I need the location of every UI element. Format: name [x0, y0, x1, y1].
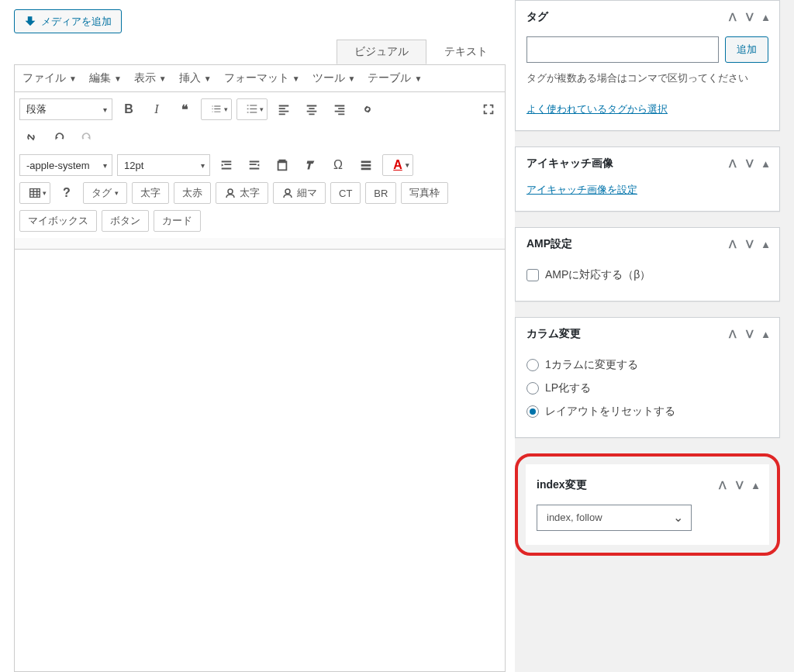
editor-toolbar: 段落 B I ❝ -apple-system	[14, 91, 506, 238]
column-radio-1col[interactable]	[526, 359, 539, 371]
paste-icon[interactable]	[271, 154, 294, 176]
tab-visual-label: ビジュアル	[354, 45, 409, 57]
font-size-select[interactable]: 12pt	[117, 154, 210, 176]
card-button[interactable]: カード	[154, 210, 201, 232]
ct-button[interactable]: CT	[330, 182, 361, 204]
paragraph-select[interactable]: 段落	[19, 98, 112, 120]
tab-visual[interactable]: ビジュアル	[337, 40, 426, 64]
box-amp-title: AMP設定	[526, 237, 572, 251]
svg-point-0	[228, 189, 233, 194]
move-down-icon[interactable]: ᐯ	[746, 11, 754, 23]
toggle-icon[interactable]: ▴	[763, 238, 768, 250]
italic-icon[interactable]: I	[145, 98, 168, 120]
column-radio-1col-label: 1カラムに変更する	[545, 358, 638, 372]
box-column: カラム変更 ᐱ ᐯ ▴ 1カラムに変更する LP化する レイ	[515, 317, 780, 438]
menu-format[interactable]: フォーマット▼	[224, 71, 300, 85]
box-index-title: index変更	[537, 478, 587, 492]
tab-text-label: テキスト	[444, 45, 488, 57]
box-column-header[interactable]: カラム変更 ᐱ ᐯ ▴	[516, 318, 779, 350]
editor-menubar: ファイル▼ 編集▼ 表示▼ 挿入▼ フォーマット▼ ツール▼ テーブル▼	[14, 64, 506, 91]
menu-insert[interactable]: 挿入▼	[179, 71, 212, 85]
blockquote-icon[interactable]: ❝	[173, 98, 196, 120]
photoframe-button[interactable]: 写真枠	[401, 182, 448, 204]
move-up-icon[interactable]: ᐱ	[729, 238, 737, 250]
box-amp-header[interactable]: AMP設定 ᐱ ᐯ ▴	[516, 228, 779, 260]
move-up-icon[interactable]: ᐱ	[729, 328, 737, 340]
bold-icon[interactable]: B	[117, 98, 140, 120]
move-down-icon[interactable]: ᐯ	[746, 157, 754, 170]
numbered-list-icon[interactable]	[236, 98, 268, 120]
align-right-icon[interactable]	[328, 98, 351, 120]
add-tag-button[interactable]: 追加	[725, 36, 768, 63]
menu-table[interactable]: テーブル▼	[368, 71, 422, 85]
menu-edit[interactable]: 編集▼	[89, 71, 122, 85]
unlink-icon[interactable]	[19, 126, 43, 148]
index-select-value: index, follow	[547, 512, 602, 523]
editor-content-area[interactable]	[14, 249, 506, 672]
align-left-icon[interactable]	[272, 98, 295, 120]
move-down-icon[interactable]: ᐯ	[736, 479, 744, 491]
br-button[interactable]: BR	[365, 182, 396, 204]
redo-icon[interactable]	[75, 126, 98, 148]
add-media-button[interactable]: メディアを追加	[14, 9, 122, 33]
box-featured-header[interactable]: アイキャッチ画像 ᐱ ᐯ ▴	[516, 147, 779, 180]
toggle-icon[interactable]: ▴	[763, 11, 768, 23]
button-button[interactable]: ボタン	[102, 210, 149, 232]
link-icon[interactable]	[356, 98, 379, 120]
undo-icon[interactable]	[47, 126, 71, 148]
column-radio-lp[interactable]	[526, 382, 539, 395]
highlight-index-box: index変更 ᐱ ᐯ ▴ index, follow	[515, 453, 780, 556]
special-char-icon[interactable]: Ω	[326, 154, 350, 176]
move-up-icon[interactable]: ᐱ	[729, 11, 737, 23]
column-radio-reset[interactable]	[526, 405, 539, 418]
set-featured-link[interactable]: アイキャッチ画像を設定	[526, 184, 637, 195]
toggle-icon[interactable]: ▴	[763, 157, 768, 170]
amp-checkbox-label: AMPに対応する（β）	[545, 268, 651, 282]
mybox-button[interactable]: マイボックス	[19, 210, 97, 232]
fullscreen-icon[interactable]	[477, 98, 500, 120]
index-select[interactable]: index, follow	[537, 505, 692, 531]
font-size-label: 12pt	[124, 160, 143, 171]
indent-right-icon[interactable]	[243, 154, 266, 176]
clear-format-icon[interactable]	[299, 154, 322, 176]
bold-red-button[interactable]: 太赤	[174, 182, 211, 204]
box-featured-title: アイキャッチ画像	[526, 157, 613, 171]
move-down-icon[interactable]: ᐯ	[746, 238, 754, 250]
popular-tags-link[interactable]: よく使われているタグから選択	[526, 103, 668, 115]
circle-bold-button[interactable]: 太字	[216, 182, 268, 204]
tag-hint: タグが複数ある場合はコンマで区切ってください	[526, 71, 768, 87]
box-column-title: カラム変更	[526, 327, 581, 341]
table-icon[interactable]	[19, 182, 50, 204]
add-media-label: メディアを追加	[41, 15, 112, 29]
menu-tools[interactable]: ツール▼	[312, 71, 356, 85]
tag-dropdown-button[interactable]: タグ▾	[83, 182, 127, 204]
help-icon[interactable]: ?	[55, 182, 78, 204]
toggle-icon[interactable]: ▴	[753, 479, 758, 491]
align-center-icon[interactable]	[300, 98, 323, 120]
move-down-icon[interactable]: ᐯ	[746, 328, 754, 340]
box-amp: AMP設定 ᐱ ᐯ ▴ AMPに対応する（β）	[515, 227, 780, 302]
text-color-icon[interactable]: A	[382, 154, 413, 176]
paragraph-select-label: 段落	[26, 102, 47, 116]
font-family-select[interactable]: -apple-system	[19, 154, 112, 176]
toolbar-toggle-icon[interactable]	[354, 154, 378, 176]
tab-text[interactable]: テキスト	[426, 40, 506, 64]
box-featured-image: アイキャッチ画像 ᐱ ᐯ ▴ アイキャッチ画像を設定	[515, 146, 780, 212]
box-index-header[interactable]: index変更 ᐱ ᐯ ▴	[526, 464, 769, 501]
menu-file[interactable]: ファイル▼	[22, 71, 77, 85]
tag-input[interactable]	[526, 36, 719, 63]
menu-view[interactable]: 表示▼	[134, 71, 167, 85]
circle-slim-button[interactable]: 細マ	[273, 182, 326, 204]
bold-text-button[interactable]: 太字	[132, 182, 169, 204]
bullet-list-icon[interactable]	[201, 98, 232, 120]
move-up-icon[interactable]: ᐱ	[719, 479, 727, 491]
font-family-label: -apple-system	[26, 160, 90, 171]
ruler	[14, 238, 506, 249]
box-tags-header[interactable]: タグ ᐱ ᐯ ▴	[516, 1, 779, 33]
amp-checkbox[interactable]	[526, 269, 539, 281]
svg-point-1	[285, 189, 290, 194]
column-radio-lp-label: LP化する	[545, 381, 591, 395]
move-up-icon[interactable]: ᐱ	[729, 157, 737, 170]
indent-left-icon[interactable]	[215, 154, 238, 176]
toggle-icon[interactable]: ▴	[763, 328, 768, 340]
